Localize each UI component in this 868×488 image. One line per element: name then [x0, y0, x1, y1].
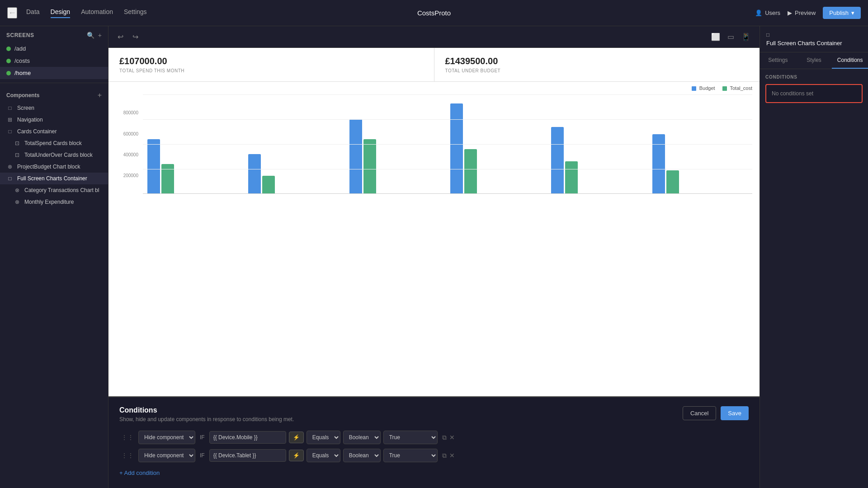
add-condition-button[interactable]: + Add condition: [119, 467, 160, 479]
comp-item-category-transactions[interactable]: ⊗ Category Transactions Chart bl: [0, 184, 108, 196]
component-type-icon: □: [766, 32, 769, 38]
condition-row-actions-0: ⧉ ✕: [442, 434, 455, 441]
screen-label-add: /add: [14, 45, 26, 52]
comp-item-navigation[interactable]: ⊞ Navigation: [0, 114, 108, 126]
lightning-button-0[interactable]: ⚡: [289, 432, 304, 443]
tab-settings[interactable]: Settings: [760, 52, 796, 69]
delete-condition-1[interactable]: ✕: [449, 452, 455, 460]
condition-action-select-1[interactable]: Hide component: [138, 449, 195, 462]
nav-automation[interactable]: Automation: [81, 8, 113, 18]
navigation-comp-icon: ⊞: [6, 116, 14, 123]
grid-lines: [143, 94, 752, 194]
nav-settings[interactable]: Settings: [124, 8, 147, 18]
comp-item-cards-container[interactable]: □ Cards Container: [0, 126, 108, 137]
y-axis-labels: 200000 400000 600000 800000: [116, 94, 141, 194]
copy-condition-0[interactable]: ⧉: [442, 434, 447, 441]
delete-condition-0[interactable]: ✕: [449, 434, 455, 441]
mobile-view-button[interactable]: 📱: [740, 31, 752, 43]
drag-handle-1[interactable]: ⋮⋮: [119, 452, 136, 459]
condition-result-select-0[interactable]: True: [383, 431, 438, 444]
comp-item-totalspend[interactable]: ⊡ TotalSpend Cards block: [0, 137, 108, 149]
add-screen-button[interactable]: +: [98, 32, 102, 39]
nav-design[interactable]: Design: [51, 8, 71, 18]
screen-label-costs: /costs: [14, 57, 30, 64]
users-icon: 👤: [755, 9, 762, 16]
top-nav: ← Data Design Automation Settings CostsP…: [0, 0, 868, 26]
comp-label-totalunderover: TotalUnderOver Cards block: [24, 152, 93, 158]
cancel-button[interactable]: Cancel: [683, 406, 716, 420]
lightning-button-1[interactable]: ⚡: [289, 450, 304, 461]
budget-value: £1439500.00: [445, 56, 749, 66]
comp-item-monthly-expenditure[interactable]: ⊗ Monthly Expenditure: [0, 196, 108, 208]
screen-item-costs[interactable]: /costs: [0, 55, 108, 67]
search-button[interactable]: 🔍: [87, 32, 94, 39]
legend-budget-label: Budget: [699, 85, 715, 91]
fullscreen-charts-icon: □: [6, 175, 14, 182]
condition-type-select-0[interactable]: Boolean: [343, 431, 381, 444]
if-label-0: IF: [198, 434, 207, 441]
chart-card-budget: £1439500.00 TOTAL UNDER BUDGET: [434, 48, 760, 81]
tab-styles[interactable]: Styles: [796, 52, 832, 69]
legend-total-cost: Total_cost: [722, 85, 752, 91]
legend-budget: Budget: [692, 85, 715, 91]
projectbudget-icon: ⊗: [6, 163, 14, 170]
conditions-dialog-subtitle: Show, hide and update components in resp…: [119, 416, 294, 422]
if-label-1: IF: [198, 452, 207, 459]
chart-card-spend: £107000.00 TOTAL SPEND THIS MONTH: [108, 48, 434, 81]
nav-data[interactable]: Data: [26, 8, 40, 18]
comp-label-navigation: Navigation: [17, 117, 43, 123]
comp-item-screen[interactable]: □ Screen: [0, 102, 108, 114]
screen-dot-costs: [6, 59, 11, 63]
nav-links: Data Design Automation Settings: [26, 8, 147, 18]
condition-type-select-1[interactable]: Boolean: [343, 449, 381, 462]
screen-label-home: /home: [14, 70, 31, 76]
center-content: ↩ ↪ ⬜ ▭ 📱 £107000.00 TOTAL SPEND THIS MO…: [108, 26, 760, 488]
tab-conditions[interactable]: Conditions: [832, 52, 868, 69]
legend-totalcost-dot: [722, 86, 727, 91]
condition-value-input-0[interactable]: [209, 431, 286, 444]
bar-chart-inner: 200000 400000 600000 800000: [116, 94, 752, 194]
desktop-view-button[interactable]: ⬜: [709, 31, 722, 43]
screen-item-add[interactable]: /add: [0, 42, 108, 55]
y-label-400k: 400000: [116, 152, 138, 157]
users-label: Users: [765, 9, 780, 16]
comp-item-fullscreen-charts[interactable]: □ Full Screen Charts Container: [0, 173, 108, 184]
condition-value-input-1[interactable]: [209, 449, 286, 462]
comp-item-projectbudget[interactable]: ⊗ ProjectBudget Chart block: [0, 161, 108, 173]
components-header: Components +: [0, 87, 108, 102]
back-button[interactable]: ←: [7, 7, 17, 19]
undo-button[interactable]: ↩: [116, 31, 125, 43]
screens-section-header: Screens 🔍 +: [0, 26, 108, 42]
spend-value: £107000.00: [119, 56, 423, 66]
screen-item-home[interactable]: /home: [0, 67, 108, 79]
comp-label-projectbudget: ProjectBudget Chart block: [17, 164, 80, 170]
condition-row-0: ⋮⋮ Hide component IF ⚡ Equals Boolean Tr…: [119, 431, 749, 444]
bar-chart: 200000 400000 600000 800000: [108, 94, 760, 212]
right-panel: □ Full Screen Charts Container Settings …: [760, 26, 868, 488]
condition-operator-select-0[interactable]: Equals: [307, 431, 340, 444]
condition-row-1: ⋮⋮ Hide component IF ⚡ Equals Boolean Tr…: [119, 449, 749, 462]
drag-handle-0[interactable]: ⋮⋮: [119, 434, 136, 441]
redo-button[interactable]: ↪: [131, 31, 140, 43]
comp-label-cards-container: Cards Container: [17, 128, 57, 135]
condition-operator-select-1[interactable]: Equals: [307, 449, 340, 462]
right-panel-header: □ Full Screen Charts Container: [760, 26, 868, 52]
sidebar-divider: [0, 83, 108, 83]
right-panel-tabs: Settings Styles Conditions: [760, 52, 868, 69]
no-conditions-box: No conditions set: [765, 84, 863, 103]
comp-label-totalspend: TotalSpend Cards block: [24, 140, 82, 146]
users-button[interactable]: 👤 Users: [755, 9, 780, 16]
screens-title: Screens: [6, 32, 34, 38]
preview-button[interactable]: ▶ Preview: [788, 9, 816, 16]
canvas-area: £107000.00 TOTAL SPEND THIS MONTH £14395…: [108, 48, 760, 488]
condition-result-select-1[interactable]: True: [383, 449, 438, 462]
save-button[interactable]: Save: [721, 406, 749, 420]
app-title: CostsProto: [417, 9, 451, 17]
tablet-view-button[interactable]: ▭: [726, 31, 736, 43]
copy-condition-1[interactable]: ⧉: [442, 452, 447, 460]
comp-item-totalunderover[interactable]: ⊡ TotalUnderOver Cards block: [0, 149, 108, 161]
condition-action-select-0[interactable]: Hide component: [138, 431, 195, 444]
chart-legend: Budget Total_cost: [108, 82, 760, 94]
add-component-button[interactable]: +: [98, 91, 102, 99]
publish-button[interactable]: Publish ▾: [823, 7, 861, 19]
